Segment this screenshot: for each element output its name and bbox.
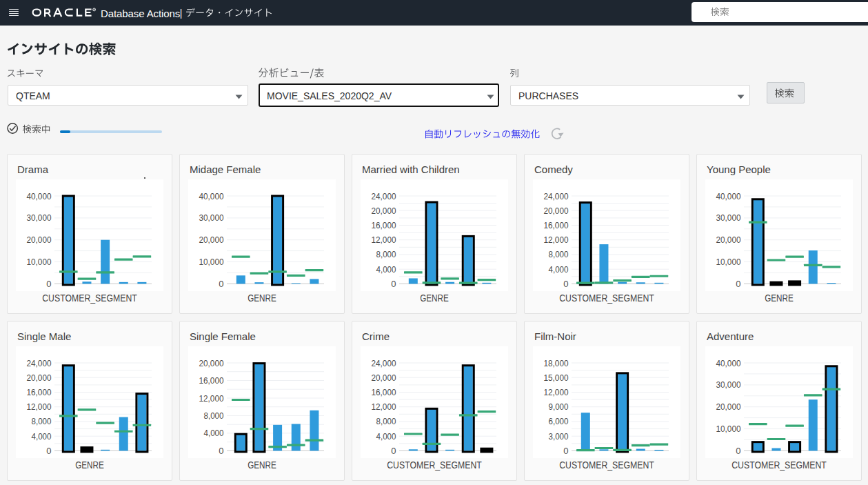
svg-text:40,000: 40,000	[199, 191, 224, 201]
svg-text:20,000: 20,000	[199, 358, 224, 368]
svg-text:0: 0	[391, 446, 396, 456]
svg-text:40,000: 40,000	[716, 358, 741, 368]
svg-text:GENRE: GENRE	[765, 293, 794, 304]
svg-text:20,000: 20,000	[27, 373, 52, 383]
svg-text:0: 0	[391, 279, 396, 289]
svg-text:GENRE: GENRE	[75, 459, 104, 471]
svg-text:20,000: 20,000	[372, 373, 396, 383]
svg-text:16,000: 16,000	[372, 220, 396, 230]
svg-text:CUSTOMER_SEGMENT: CUSTOMER_SEGMENT	[559, 293, 654, 304]
svg-text:24,000: 24,000	[544, 191, 569, 201]
svg-text:20,000: 20,000	[372, 206, 396, 216]
svg-text:24,000: 24,000	[372, 191, 396, 201]
svg-text:CUSTOMER_SEGMENT: CUSTOMER_SEGMENT	[731, 459, 827, 471]
svg-text:4,000: 4,000	[32, 431, 52, 442]
svg-text:6,000: 6,000	[549, 416, 569, 426]
svg-text:3,000: 3,000	[549, 431, 569, 442]
svg-text:GENRE: GENRE	[248, 293, 276, 304]
svg-text:12,000: 12,000	[199, 393, 224, 404]
svg-text:10,000: 10,000	[199, 257, 224, 267]
svg-text:0: 0	[46, 446, 51, 456]
svg-text:16,000: 16,000	[27, 387, 52, 397]
svg-text:0: 0	[219, 279, 223, 289]
svg-text:18,000: 18,000	[544, 358, 569, 368]
svg-text:12,000: 12,000	[372, 235, 396, 245]
svg-text:16,000: 16,000	[372, 387, 396, 397]
svg-text:24,000: 24,000	[372, 358, 396, 368]
svg-text:4,000: 4,000	[204, 428, 224, 438]
svg-text:30,000: 30,000	[27, 212, 52, 223]
svg-text:8,000: 8,000	[204, 410, 224, 421]
svg-text:15,000: 15,000	[544, 373, 569, 383]
svg-text:10,000: 10,000	[27, 257, 52, 267]
svg-text:30,000: 30,000	[199, 212, 224, 223]
svg-text:GENRE: GENRE	[248, 459, 276, 471]
svg-text:10,000: 10,000	[716, 424, 741, 434]
svg-text:12,000: 12,000	[544, 387, 569, 397]
svg-text:GENRE: GENRE	[420, 293, 449, 304]
svg-text:0: 0	[563, 279, 568, 289]
svg-text:12,000: 12,000	[544, 235, 569, 245]
svg-text:8,000: 8,000	[549, 249, 569, 259]
svg-text:CUSTOMER_SEGMENT: CUSTOMER_SEGMENT	[559, 459, 654, 471]
svg-text:10,000: 10,000	[716, 257, 741, 267]
svg-text:CUSTOMER_SEGMENT: CUSTOMER_SEGMENT	[387, 459, 482, 471]
svg-text:20,000: 20,000	[716, 402, 741, 412]
svg-text:0: 0	[563, 446, 568, 456]
svg-text:4,000: 4,000	[376, 431, 396, 442]
svg-text:20,000: 20,000	[544, 206, 569, 216]
svg-text:20,000: 20,000	[716, 235, 741, 245]
svg-text:8,000: 8,000	[376, 416, 396, 426]
svg-text:20,000: 20,000	[27, 235, 52, 245]
svg-text:4,000: 4,000	[549, 264, 569, 275]
svg-text:CUSTOMER_SEGMENT: CUSTOMER_SEGMENT	[42, 293, 137, 304]
svg-text:0: 0	[46, 279, 51, 289]
svg-text:12,000: 12,000	[372, 402, 396, 412]
svg-text:12,000: 12,000	[27, 402, 52, 412]
svg-text:8,000: 8,000	[376, 249, 396, 259]
svg-text:30,000: 30,000	[716, 212, 741, 223]
svg-text:20,000: 20,000	[199, 235, 224, 245]
svg-text:9,000: 9,000	[549, 402, 569, 412]
svg-text:0: 0	[736, 446, 740, 456]
svg-text:0: 0	[219, 446, 223, 456]
svg-text:8,000: 8,000	[32, 416, 52, 426]
svg-text:4,000: 4,000	[376, 264, 396, 275]
svg-text:0: 0	[736, 279, 740, 289]
svg-text:16,000: 16,000	[199, 375, 224, 386]
svg-text:16,000: 16,000	[544, 220, 569, 230]
svg-text:24,000: 24,000	[27, 358, 52, 368]
svg-text:40,000: 40,000	[27, 191, 52, 201]
svg-text:30,000: 30,000	[716, 379, 741, 390]
svg-text:40,000: 40,000	[716, 191, 741, 201]
